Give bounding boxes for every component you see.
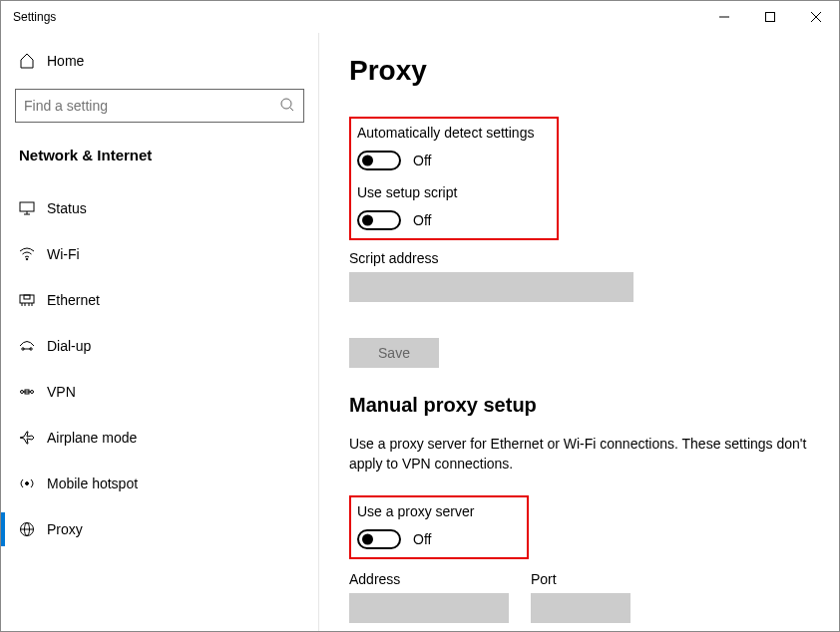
sidebar-item-hotspot[interactable]: Mobile hotspot	[1, 461, 318, 506]
svg-rect-1	[766, 13, 775, 22]
sidebar-item-label: Wi-Fi	[47, 246, 80, 262]
auto-detect-toggle[interactable]	[357, 151, 401, 170]
svg-line-5	[290, 107, 294, 111]
hotspot-icon	[19, 475, 47, 491]
svg-point-20	[31, 391, 34, 394]
maximize-button[interactable]	[747, 1, 793, 33]
use-proxy-toggle[interactable]	[357, 529, 401, 549]
svg-point-23	[26, 482, 29, 485]
close-button[interactable]	[793, 1, 839, 33]
dialup-icon	[19, 339, 47, 353]
home-nav-item[interactable]: Home	[1, 43, 318, 79]
svg-point-9	[26, 258, 28, 260]
proxy-icon	[19, 521, 47, 537]
vpn-icon	[19, 385, 47, 399]
sidebar-item-label: Proxy	[47, 521, 83, 537]
port-input[interactable]	[531, 593, 630, 623]
status-icon	[19, 201, 47, 215]
auto-detect-state: Off	[413, 153, 431, 168]
setup-script-toggle[interactable]	[357, 210, 401, 230]
port-label: Port	[531, 571, 630, 587]
manual-section-heading: Manual proxy setup	[349, 394, 809, 417]
search-icon	[279, 97, 295, 116]
sidebar-item-airplane[interactable]: Airplane mode	[1, 415, 318, 461]
sidebar-item-label: VPN	[47, 384, 76, 400]
airplane-icon	[19, 430, 47, 446]
use-proxy-label: Use a proxy server	[357, 503, 517, 519]
sidebar-item-dialup[interactable]: Dial-up	[1, 323, 318, 369]
sidebar-item-proxy[interactable]: Proxy	[1, 506, 318, 552]
sidebar-item-label: Airplane mode	[47, 430, 137, 446]
ethernet-icon	[19, 293, 47, 307]
sidebar-item-status[interactable]: Status	[1, 185, 318, 231]
sidebar-item-label: Status	[47, 200, 87, 216]
address-input[interactable]	[349, 593, 509, 623]
sidebar-item-label: Ethernet	[47, 292, 100, 308]
sidebar-item-vpn[interactable]: VPN	[1, 369, 318, 415]
auto-detect-label: Automatically detect settings	[357, 125, 547, 141]
sidebar-item-ethernet[interactable]: Ethernet	[1, 277, 318, 323]
svg-rect-6	[20, 202, 34, 211]
svg-point-19	[21, 391, 24, 394]
manual-section-description: Use a proxy server for Ethernet or Wi-Fi…	[349, 435, 809, 474]
window-title: Settings	[13, 10, 56, 24]
home-label: Home	[47, 53, 84, 69]
sidebar: Home Network & Internet Status Wi-Fi	[1, 33, 318, 632]
script-address-input[interactable]	[349, 272, 633, 302]
sidebar-item-wifi[interactable]: Wi-Fi	[1, 231, 318, 277]
svg-rect-11	[24, 295, 30, 299]
sidebar-item-label: Dial-up	[47, 338, 91, 354]
setup-script-state: Off	[413, 212, 431, 228]
wifi-icon	[19, 247, 47, 261]
search-input[interactable]	[24, 98, 279, 114]
title-bar: Settings	[1, 1, 839, 33]
home-icon	[19, 53, 47, 69]
page-title: Proxy	[349, 55, 809, 87]
nav-list: Status Wi-Fi Ethernet Dial-up	[1, 185, 318, 552]
sidebar-item-label: Mobile hotspot	[47, 475, 138, 491]
minimize-button[interactable]	[701, 1, 747, 33]
setup-script-label: Use setup script	[357, 184, 547, 200]
highlight-auto-section: Automatically detect settings Off Use se…	[349, 117, 559, 240]
highlight-manual-section: Use a proxy server Off	[349, 495, 529, 559]
address-label: Address	[349, 571, 509, 587]
search-box[interactable]	[15, 89, 304, 123]
category-header: Network & Internet	[1, 123, 318, 173]
content-pane: Proxy Automatically detect settings Off …	[319, 33, 839, 632]
save-button[interactable]: Save	[349, 338, 439, 368]
use-proxy-state: Off	[413, 531, 431, 547]
script-address-label: Script address	[349, 250, 809, 266]
